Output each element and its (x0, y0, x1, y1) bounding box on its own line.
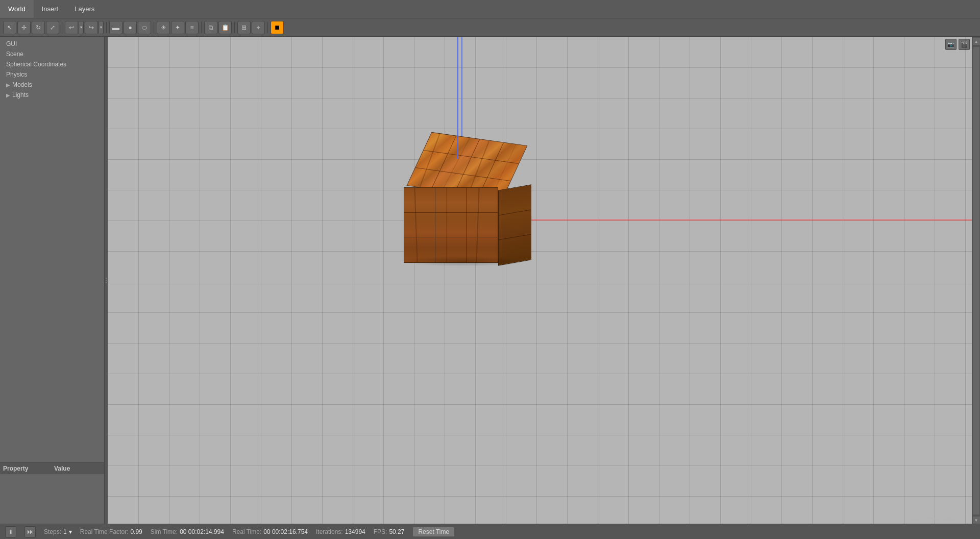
steps-label: Steps: (44, 528, 61, 535)
sidebar-item-scene[interactable]: Scene (0, 49, 104, 59)
sidebar-item-spherical-coords[interactable]: Spherical Coordinates (0, 59, 104, 69)
top-grid-h2 (415, 167, 510, 181)
sun-button[interactable]: ☀ (157, 21, 170, 34)
lines-button[interactable]: ≡ (185, 21, 199, 34)
fps-value: 50.27 (389, 528, 404, 535)
properties-panel: Property Value (0, 462, 104, 524)
steps-value: 1 (63, 528, 67, 535)
menu-tab-insert[interactable]: Insert (34, 0, 67, 18)
sidebar-item-gui[interactable]: GUI (0, 39, 104, 49)
front-grid-h1 (404, 212, 498, 213)
fps-label: FPS: (374, 528, 387, 535)
front-grid-v2 (466, 188, 467, 262)
snap-button[interactable]: ⌖ (252, 21, 265, 34)
real-time-value: 00 00:02:16.754 (263, 528, 308, 535)
main-layout: GUI Scene Spherical Coordinates Physics … (0, 37, 980, 524)
screenshot-button[interactable]: 📷 (945, 39, 957, 50)
color-selector-button[interactable]: ■ (271, 21, 284, 34)
front-grain-3 (476, 188, 479, 262)
translate-tool-button[interactable]: ✛ (17, 21, 31, 34)
toolbar-sep-6 (267, 22, 268, 33)
toolbar: ↖ ✛ ↻ ⤢ ↩ ▾ ↪ ▾ ▬ ● ⬭ ☀ ✦ ≡ ⧉ 📋 ⊞ ⌖ ■ (0, 18, 980, 37)
scene-label: Scene (6, 51, 23, 58)
sim-time-label: Sim Time: (151, 528, 178, 535)
real-time-factor-display: Real Time Factor: 0.99 (80, 528, 142, 535)
menu-tab-world[interactable]: World (0, 0, 34, 18)
toolbar-sep-5 (234, 22, 235, 33)
scroll-up-button[interactable]: ▲ (973, 38, 980, 45)
insert-box-button[interactable]: ▬ (109, 21, 122, 34)
redo-group: ↪ ▾ (85, 21, 104, 34)
box-axis-line (457, 37, 458, 159)
insert-cylinder-button[interactable]: ⬭ (138, 21, 151, 34)
paste-button[interactable]: 📋 (218, 21, 232, 34)
top-menu-bar: World Insert Layers (0, 0, 980, 18)
physics-label: Physics (6, 71, 27, 78)
rtf-value: 0.99 (130, 528, 142, 535)
sim-time-display: Sim Time: 00 00:02:14.994 (151, 528, 224, 535)
front-grid-v1 (435, 188, 435, 262)
watermark: esdp.tnt/ouhaobao1993 (911, 516, 970, 522)
menu-tab-layers[interactable]: Layers (66, 0, 103, 18)
iterations-label: Iterations: (316, 528, 343, 535)
scale-tool-button[interactable]: ⤢ (46, 21, 59, 34)
sidebar-item-models[interactable]: ▶ Models (0, 80, 104, 90)
front-grain-1 (414, 188, 418, 262)
property-col-header: Property (3, 465, 54, 472)
step-button[interactable]: ⏭ (24, 526, 36, 537)
spherical-coords-label: Spherical Coordinates (6, 61, 66, 68)
properties-header: Property Value (0, 463, 104, 474)
reset-time-button[interactable]: Reset Time (412, 527, 455, 537)
redo-button[interactable]: ↪ (85, 21, 98, 34)
record-button[interactable]: 🎬 (959, 39, 970, 50)
insert-sphere-button[interactable]: ● (124, 21, 137, 34)
steps-control: Steps: 1 ▾ (44, 528, 72, 535)
scroll-down-button[interactable]: ▼ (973, 517, 980, 524)
viewport-controls: 📷 🎬 (945, 39, 970, 50)
toolbar-sep-3 (154, 22, 154, 33)
undo-group: ↩ ▾ (65, 21, 84, 34)
pause-button[interactable]: ⏸ (5, 526, 16, 537)
sidebar-item-lights[interactable]: ▶ Lights (0, 90, 104, 100)
wood-box-object[interactable] (409, 139, 513, 261)
redo-dropdown-button[interactable]: ▾ (99, 21, 104, 34)
sidebar-item-physics[interactable]: Physics (0, 69, 104, 80)
select-tool-button[interactable]: ↖ (3, 21, 16, 34)
undo-dropdown-button[interactable]: ▾ (79, 21, 84, 34)
models-label: Models (12, 81, 32, 88)
lights-label: Lights (12, 91, 29, 99)
top-grid-h1 (424, 150, 519, 164)
rotate-tool-button[interactable]: ↻ (32, 21, 45, 34)
copy-button[interactable]: ⧉ (204, 21, 217, 34)
grain-1 (419, 134, 440, 187)
toolbar-sep-1 (62, 22, 62, 33)
rtf-label: Real Time Factor: (80, 528, 129, 535)
box-front-face (404, 187, 498, 263)
grain-3 (468, 141, 490, 194)
scrollbar-track[interactable] (973, 47, 979, 514)
gui-label: GUI (6, 40, 17, 47)
x-axis-line (461, 219, 980, 220)
viewport-canvas: 📷 🎬 esdp.tnt/ouhaobao1993 ▲ ▼ (108, 37, 980, 524)
sidebar: GUI Scene Spherical Coordinates Physics … (0, 37, 105, 524)
point-light-button[interactable]: ✦ (171, 21, 184, 34)
right-grid-h1 (499, 210, 531, 216)
value-col-header: Value (54, 465, 70, 472)
steps-dropdown-arrow[interactable]: ▾ (69, 528, 72, 535)
fps-display: FPS: 50.27 (374, 528, 405, 535)
sim-time-value: 00 00:02:14.994 (180, 528, 224, 535)
toolbar-sep-2 (106, 22, 107, 33)
front-grid-h2 (404, 237, 498, 237)
top-grid-v2 (455, 139, 480, 192)
viewport-scrollbar[interactable]: ▲ ▼ (972, 37, 980, 524)
iterations-display: Iterations: 134994 (316, 528, 365, 535)
real-time-label: Real Time: (232, 528, 261, 535)
lights-arrow-icon: ▶ (6, 92, 10, 98)
box-shadow (399, 256, 526, 266)
iterations-value: 134994 (345, 528, 365, 535)
viewport[interactable]: 📷 🎬 esdp.tnt/ouhaobao1993 ▲ ▼ (108, 37, 980, 524)
align-button[interactable]: ⊞ (237, 21, 251, 34)
front-grain-2 (446, 188, 447, 262)
undo-button[interactable]: ↩ (65, 21, 78, 34)
scene-tree: GUI Scene Spherical Coordinates Physics … (0, 37, 104, 462)
